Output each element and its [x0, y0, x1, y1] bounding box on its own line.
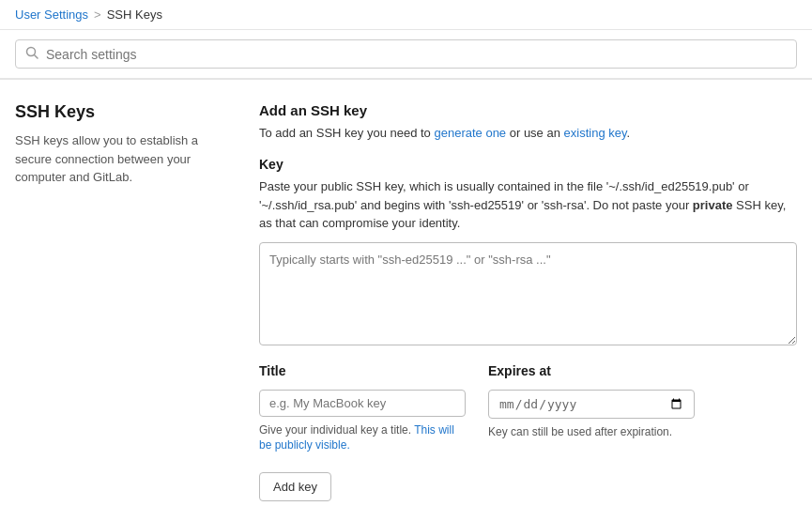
sidebar-description: SSH keys allow you to establish a secure…	[15, 131, 222, 187]
key-desc-private: private	[693, 198, 733, 212]
breadcrumb-separator: >	[94, 8, 101, 22]
title-help: Give your individual key a title. This w…	[259, 422, 466, 454]
main-content: SSH Keys SSH keys allow you to establish…	[0, 80, 812, 506]
intro-before: To add an SSH key you need to	[259, 126, 434, 140]
title-group: Title Give your individual key a title. …	[259, 363, 466, 454]
key-description: Paste your public SSH key, which is usua…	[259, 177, 797, 233]
title-input[interactable]	[259, 390, 466, 417]
right-panel: Add an SSH key To add an SSH key you nee…	[259, 102, 797, 501]
title-help-before: Give your individual key a title.	[259, 423, 414, 437]
title-label: Title	[259, 363, 466, 378]
add-key-button[interactable]: Add key	[259, 472, 331, 501]
expires-help: Key can still be used after expiration.	[488, 424, 695, 440]
expires-input[interactable]	[488, 390, 695, 419]
breadcrumb: User Settings > SSH Keys	[0, 0, 812, 30]
search-icon	[25, 46, 38, 62]
intro-text: To add an SSH key you need to generate o…	[259, 126, 797, 140]
svg-line-1	[35, 55, 38, 59]
section-title: Add an SSH key	[259, 102, 797, 118]
generate-one-link[interactable]: generate one	[434, 126, 506, 140]
search-bar	[15, 39, 797, 69]
form-row: Title Give your individual key a title. …	[259, 363, 797, 454]
key-textarea[interactable]	[259, 242, 797, 345]
intro-after: .	[627, 126, 631, 140]
existing-key-link[interactable]: existing key	[564, 126, 627, 140]
expires-label: Expires at	[488, 363, 695, 378]
intro-middle: or use an	[506, 126, 563, 140]
key-desc-part1: Paste your public SSH key, which is usua…	[259, 179, 749, 212]
breadcrumb-parent-link[interactable]: User Settings	[15, 8, 88, 22]
sidebar-title: SSH Keys	[15, 102, 222, 122]
search-bar-wrapper	[0, 30, 812, 79]
search-input[interactable]	[46, 47, 787, 62]
expires-group: Expires at Key can still be used after e…	[488, 363, 695, 454]
key-field-label: Key	[259, 157, 797, 172]
breadcrumb-current: SSH Keys	[107, 8, 162, 22]
sidebar: SSH Keys SSH keys allow you to establish…	[15, 102, 222, 501]
